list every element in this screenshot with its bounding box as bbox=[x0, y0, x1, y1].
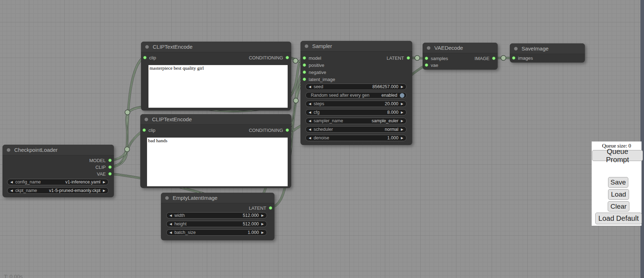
port-dot[interactable] bbox=[108, 172, 112, 176]
port-dot[interactable] bbox=[269, 206, 272, 210]
input-port-samples[interactable]: samples bbox=[425, 55, 448, 62]
decrement-arrow-icon[interactable]: ◀ bbox=[309, 109, 311, 116]
port-dot[interactable] bbox=[303, 77, 306, 81]
widget-height[interactable]: ◀ height 512.000 ▶ bbox=[166, 221, 267, 227]
port-label: clip bbox=[149, 55, 156, 60]
port-dot[interactable] bbox=[286, 128, 289, 132]
increment-arrow-icon[interactable]: ▶ bbox=[401, 118, 403, 124]
increment-arrow-icon[interactable]: ▶ bbox=[103, 179, 105, 185]
port-dot[interactable] bbox=[303, 56, 306, 60]
decrement-arrow-icon[interactable]: ◀ bbox=[309, 84, 311, 90]
widget-seed[interactable]: ◀ seed 8566257.000 ▶ bbox=[305, 84, 407, 90]
increment-arrow-icon[interactable]: ▶ bbox=[401, 109, 403, 116]
widget-cfg[interactable]: ◀ cfg 8.000 ▶ bbox=[305, 109, 407, 116]
widget-denoise[interactable]: ◀ denoise 1.000 ▶ bbox=[305, 135, 407, 141]
port-dot[interactable] bbox=[407, 56, 410, 60]
widget-scheduler[interactable]: ◀ scheduler normal ▶ bbox=[305, 126, 407, 133]
node-checkpoint-loader[interactable]: CheckpointLoader MODEL CLIP VAE ◀ config… bbox=[2, 145, 114, 197]
input-port-clip[interactable]: clip bbox=[143, 54, 156, 61]
load-default-button[interactable]: Load Default bbox=[595, 213, 642, 224]
node-collapse-dot[interactable] bbox=[145, 118, 148, 121]
decrement-arrow-icon[interactable]: ◀ bbox=[309, 118, 311, 124]
output-port-vae[interactable]: VAE bbox=[97, 170, 112, 177]
queue-prompt-button[interactable]: Queue Prompt bbox=[592, 150, 643, 161]
output-port-clip[interactable]: CLIP bbox=[95, 164, 112, 171]
decrement-arrow-icon[interactable]: ◀ bbox=[10, 179, 13, 185]
widget-random-seed-toggle[interactable]: Random seed after every gen enabled bbox=[305, 92, 407, 98]
increment-arrow-icon[interactable]: ▶ bbox=[103, 187, 105, 194]
node-collapse-dot[interactable] bbox=[7, 148, 10, 152]
node-title-bar[interactable]: CLIPTextEncode bbox=[140, 114, 291, 125]
node-title-bar[interactable]: SaveImage bbox=[510, 43, 585, 54]
port-dot[interactable] bbox=[303, 70, 306, 74]
port-dot[interactable] bbox=[108, 165, 112, 169]
widget-batch-size[interactable]: ◀ batch_size 1.000 ▶ bbox=[166, 229, 267, 236]
output-port-conditioning[interactable]: CONDITIONING bbox=[249, 127, 289, 134]
node-clip-text-encode-positive[interactable]: CLIPTextEncode clip CONDITIONING masterp… bbox=[141, 42, 291, 111]
node-title-bar[interactable]: EmptyLatentImage bbox=[161, 193, 274, 203]
port-dot[interactable] bbox=[512, 56, 515, 60]
widget-steps[interactable]: ◀ steps 20.000 ▶ bbox=[305, 101, 407, 107]
node-sampler[interactable]: Sampler model positive negative latent_i… bbox=[300, 41, 412, 145]
clear-button[interactable]: Clear bbox=[608, 201, 629, 212]
node-clip-text-encode-negative[interactable]: CLIPTextEncode clip CONDITIONING bad han… bbox=[140, 114, 291, 188]
port-dot[interactable] bbox=[142, 128, 146, 132]
output-port-model[interactable]: MODEL bbox=[89, 157, 112, 164]
increment-arrow-icon[interactable]: ▶ bbox=[401, 135, 403, 141]
widget-ckpt-name[interactable]: ◀ ckpt_name v1-5-pruned-emaonly.ckpt ▶ bbox=[7, 187, 109, 194]
load-button[interactable]: Load bbox=[608, 189, 629, 200]
window-scrollbar[interactable] bbox=[640, 0, 644, 278]
toggle-indicator[interactable] bbox=[400, 93, 404, 98]
output-port-image[interactable]: IMAGE bbox=[475, 55, 496, 62]
decrement-arrow-icon[interactable]: ◀ bbox=[309, 135, 311, 141]
widget-value: 1.000 bbox=[387, 135, 398, 140]
port-dot[interactable] bbox=[425, 57, 428, 60]
node-title-bar[interactable]: CheckpointLoader bbox=[2, 145, 114, 155]
input-port-vae[interactable]: vae bbox=[425, 62, 438, 69]
increment-arrow-icon[interactable]: ▶ bbox=[261, 221, 264, 227]
node-title-bar[interactable]: VAEDecode bbox=[423, 43, 498, 53]
widget-config-name[interactable]: ◀ config_name v1-inference.yaml ▶ bbox=[7, 179, 109, 185]
port-dot[interactable] bbox=[143, 56, 147, 59]
input-port-model[interactable]: model bbox=[303, 54, 321, 62]
decrement-arrow-icon[interactable]: ◀ bbox=[169, 229, 172, 236]
prompt-textarea[interactable]: bad hands bbox=[147, 138, 288, 186]
save-button[interactable]: Save bbox=[608, 177, 628, 188]
widget-sampler-name[interactable]: ◀ sampler_name sample_euler ▶ bbox=[305, 118, 407, 124]
node-collapse-dot[interactable] bbox=[427, 46, 430, 50]
node-collapse-dot[interactable] bbox=[514, 47, 518, 50]
decrement-arrow-icon[interactable]: ◀ bbox=[309, 126, 311, 133]
widget-width[interactable]: ◀ width 512.000 ▶ bbox=[166, 212, 267, 219]
port-dot[interactable] bbox=[425, 63, 428, 67]
input-port-positive[interactable]: positive bbox=[303, 62, 324, 69]
port-dot[interactable] bbox=[286, 56, 289, 59]
input-port-images[interactable]: images bbox=[512, 54, 533, 62]
input-port-clip[interactable]: clip bbox=[142, 127, 156, 134]
port-dot[interactable] bbox=[492, 57, 496, 60]
node-save-image[interactable]: SaveImage images bbox=[510, 43, 585, 63]
output-port-latent[interactable]: LATENT bbox=[249, 204, 272, 212]
increment-arrow-icon[interactable]: ▶ bbox=[401, 84, 403, 90]
decrement-arrow-icon[interactable]: ◀ bbox=[309, 101, 311, 107]
increment-arrow-icon[interactable]: ▶ bbox=[261, 212, 264, 219]
node-title-bar[interactable]: Sampler bbox=[300, 41, 412, 52]
decrement-arrow-icon[interactable]: ◀ bbox=[169, 221, 172, 227]
output-port-conditioning[interactable]: CONDITIONING bbox=[249, 54, 289, 61]
node-collapse-dot[interactable] bbox=[165, 196, 169, 200]
input-port-negative[interactable]: negative bbox=[303, 69, 326, 76]
output-port-latent[interactable]: LATENT bbox=[387, 54, 410, 62]
node-title-bar[interactable]: CLIPTextEncode bbox=[141, 42, 291, 52]
increment-arrow-icon[interactable]: ▶ bbox=[261, 229, 264, 236]
node-collapse-dot[interactable] bbox=[145, 45, 149, 49]
prompt-textarea[interactable]: masterpiece best quality girl bbox=[148, 65, 288, 108]
input-port-latent-image[interactable]: latent_image bbox=[303, 76, 335, 83]
node-vae-decode[interactable]: VAEDecode samples vae IMAGE bbox=[423, 43, 498, 70]
port-dot[interactable] bbox=[303, 63, 306, 67]
increment-arrow-icon[interactable]: ▶ bbox=[401, 101, 403, 107]
decrement-arrow-icon[interactable]: ◀ bbox=[169, 212, 172, 219]
node-empty-latent-image[interactable]: EmptyLatentImage LATENT ◀ width 512.000 … bbox=[161, 193, 274, 240]
increment-arrow-icon[interactable]: ▶ bbox=[401, 126, 403, 133]
decrement-arrow-icon[interactable]: ◀ bbox=[10, 187, 13, 194]
port-dot[interactable] bbox=[108, 159, 112, 162]
node-collapse-dot[interactable] bbox=[305, 44, 308, 48]
